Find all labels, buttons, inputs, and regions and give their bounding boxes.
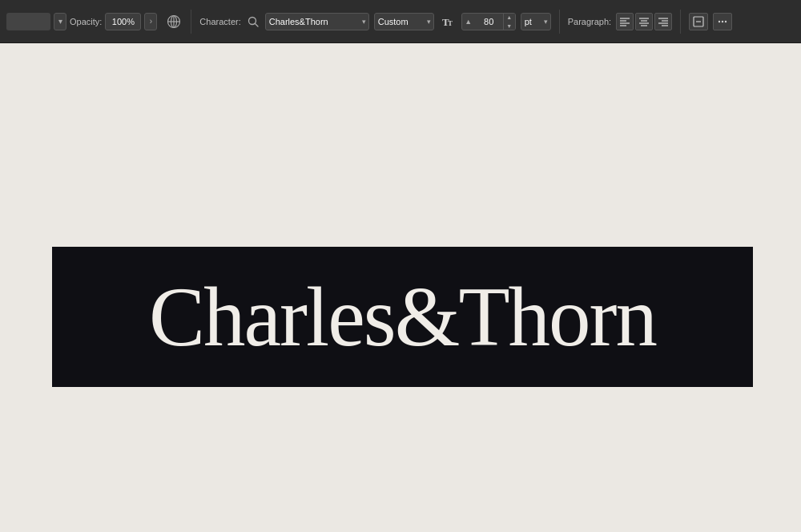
divider-3 bbox=[680, 10, 681, 34]
text-banner[interactable]: Charles&Thorn bbox=[52, 247, 753, 387]
svg-point-24 bbox=[725, 20, 727, 22]
text-options-button[interactable] bbox=[689, 13, 708, 30]
paragraph-align-group bbox=[616, 13, 672, 30]
font-size-arrows: ▲ ▼ bbox=[503, 13, 515, 30]
font-name-wrapper[interactable]: Charles&Thorn bbox=[265, 13, 369, 30]
more-options-button[interactable] bbox=[713, 13, 732, 30]
font-style-wrapper[interactable]: Custom bbox=[374, 13, 434, 30]
opacity-label: Opacity: bbox=[70, 17, 102, 26]
font-size-decrement[interactable]: ▼ bbox=[504, 22, 515, 30]
opacity-input[interactable] bbox=[105, 13, 141, 30]
canvas-area: Charles&Thorn bbox=[0, 43, 801, 532]
svg-line-5 bbox=[255, 23, 258, 26]
opacity-expand-arrow[interactable]: › bbox=[144, 13, 157, 30]
character-label: Character: bbox=[199, 17, 240, 26]
banner-text[interactable]: Charles&Thorn bbox=[149, 275, 656, 359]
font-style-select[interactable]: Custom bbox=[374, 13, 434, 30]
font-size-spinbox[interactable]: ▲ ▲ ▼ bbox=[461, 13, 516, 30]
paragraph-label: Paragraph: bbox=[568, 17, 611, 26]
toolbar: ▾ Opacity: › Character: Charles&Thorn Cu… bbox=[0, 0, 801, 43]
align-center-button[interactable] bbox=[635, 13, 653, 30]
divider-1 bbox=[191, 10, 191, 34]
font-unit-select[interactable]: pt bbox=[521, 13, 551, 30]
opacity-dropdown-arrow[interactable]: ▾ bbox=[54, 13, 66, 30]
font-name-select[interactable]: Charles&Thorn bbox=[265, 13, 369, 30]
layer-name-field[interactable] bbox=[6, 13, 50, 30]
svg-text:T: T bbox=[448, 19, 453, 27]
layer-opacity-section: ▾ Opacity: › bbox=[6, 13, 157, 30]
svg-point-22 bbox=[718, 20, 720, 22]
font-size-input[interactable] bbox=[475, 17, 503, 26]
globe-icon[interactable] bbox=[165, 13, 183, 30]
text-type-icon[interactable]: T T bbox=[439, 13, 457, 30]
font-search-icon[interactable] bbox=[246, 14, 260, 29]
font-unit-wrapper[interactable]: pt bbox=[521, 13, 551, 30]
svg-point-23 bbox=[722, 20, 723, 22]
align-left-button[interactable] bbox=[616, 13, 634, 30]
font-size-up-arrow[interactable]: ▲ bbox=[462, 18, 475, 26]
divider-2 bbox=[559, 10, 560, 34]
align-right-button[interactable] bbox=[654, 13, 672, 30]
font-size-increment[interactable]: ▲ bbox=[504, 13, 515, 22]
